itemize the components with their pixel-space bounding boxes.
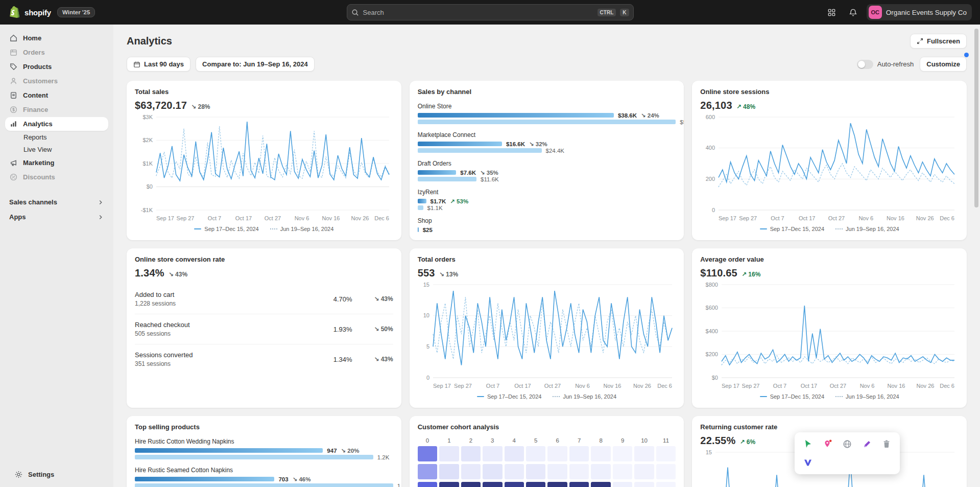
orders-delta: ↘ 13%	[439, 271, 458, 278]
cohort-cell[interactable]	[505, 482, 524, 487]
svg-text:Nov 6: Nov 6	[295, 215, 309, 221]
cohort-cell[interactable]	[613, 446, 632, 461]
cohort-cell[interactable]	[418, 482, 437, 487]
pin-icon[interactable]	[819, 436, 836, 452]
shopify-logo[interactable]: shopify	[8, 6, 51, 19]
cohort-cell[interactable]	[547, 482, 567, 487]
cohort-cell[interactable]	[569, 446, 589, 461]
svg-text:Nov 16: Nov 16	[603, 383, 621, 389]
cohort-cell[interactable]	[505, 464, 524, 479]
previous-bar	[418, 205, 423, 210]
cohort-cell[interactable]	[461, 464, 481, 479]
returning-rate-value: 22.55%	[700, 435, 735, 447]
cohort-cell[interactable]	[461, 482, 481, 487]
cohort-cell[interactable]	[439, 446, 459, 461]
cursor-icon[interactable]	[799, 436, 817, 452]
current-bar-line: $38.6K↘ 24%	[418, 112, 676, 119]
customize-button[interactable]: Customize	[920, 57, 967, 72]
globe-icon[interactable]	[839, 436, 856, 452]
previous-period-marker	[835, 396, 843, 397]
cohort-cell[interactable]	[547, 446, 567, 461]
svg-text:Oct 27: Oct 27	[265, 215, 281, 221]
svg-text:$200: $200	[706, 351, 718, 357]
card-title[interactable]: Average order value	[700, 256, 959, 263]
cohort-cell[interactable]	[526, 446, 545, 461]
card-title[interactable]: Online store sessions	[700, 88, 959, 96]
cohort-cell[interactable]	[569, 482, 589, 487]
svg-text:Dec 6: Dec 6	[374, 215, 389, 221]
cohort-cell[interactable]	[418, 464, 437, 479]
bar-delta: ↘ 24%	[641, 112, 659, 119]
vertical-scrollbar[interactable]	[974, 29, 978, 207]
cohort-cell[interactable]	[656, 482, 676, 487]
cohort-cell[interactable]	[634, 482, 654, 487]
version-badge[interactable]: Winter '25	[57, 7, 95, 17]
card-title[interactable]: Returning customer rate	[700, 423, 959, 431]
account-menu[interactable]: OC Organic Events Supply Co	[867, 4, 972, 20]
card-title[interactable]: Sales by channel	[418, 88, 676, 96]
cohort-cell[interactable]	[591, 464, 610, 479]
card-title[interactable]: Online store conversion rate	[135, 256, 393, 263]
card-title[interactable]: Total sales	[135, 88, 393, 96]
cohort-cell[interactable]	[526, 482, 545, 487]
sidebar-item-products[interactable]: Products	[5, 60, 108, 74]
cohort-cell[interactable]	[569, 464, 589, 479]
date-range-button[interactable]: Last 90 days	[127, 57, 190, 72]
cohort-cell[interactable]	[439, 464, 459, 479]
previous-bar	[418, 148, 542, 153]
sidebar-item-home[interactable]: Home	[5, 31, 108, 45]
sidebar-section-apps[interactable]: Apps	[5, 210, 108, 224]
cohort-cell[interactable]	[613, 482, 632, 487]
sidebar-section-sales-channels[interactable]: Sales channels	[5, 195, 108, 209]
cohort-cell[interactable]	[634, 446, 654, 461]
extension-logo-icon[interactable]	[799, 454, 817, 471]
sidebar-item-marketing[interactable]: Marketing	[5, 156, 108, 170]
apps-grid-icon[interactable]	[824, 4, 840, 20]
marketing-icon	[9, 158, 18, 167]
sidebar-item-finance[interactable]: Finance	[5, 103, 108, 117]
cohort-cell[interactable]	[439, 482, 459, 487]
pen-icon[interactable]	[858, 436, 876, 452]
svg-text:Nov 16: Nov 16	[322, 215, 340, 221]
cohort-cell[interactable]	[526, 464, 545, 479]
sidebar-item-settings[interactable]: Settings	[10, 468, 103, 481]
cohort-cell[interactable]	[483, 446, 502, 461]
sidebar-item-live-view[interactable]: Live View	[5, 144, 108, 155]
notification-dot	[964, 53, 969, 57]
total-sales-card: Total sales $63,720.17 ↘ 28% $3K$2K$1K$0…	[127, 81, 401, 240]
card-title[interactable]: Total orders	[418, 256, 676, 263]
cohort-cell[interactable]	[591, 446, 610, 461]
cohort-cell[interactable]	[656, 464, 676, 479]
cohort-cell[interactable]	[461, 446, 481, 461]
trash-icon[interactable]	[878, 436, 895, 452]
sidebar-item-content[interactable]: Content	[5, 88, 108, 102]
cohort-cell[interactable]	[483, 464, 502, 479]
previous-value: $50.8K	[680, 119, 684, 125]
auto-refresh-toggle[interactable]	[857, 60, 873, 69]
card-title[interactable]: Customer cohort analysis	[418, 423, 676, 431]
cohort-column-label: 7	[569, 437, 589, 444]
card-title[interactable]: Top selling products	[135, 423, 393, 431]
fullscreen-button[interactable]: Fullscreen	[910, 34, 967, 49]
previous-bar	[418, 120, 676, 124]
sidebar-item-customers[interactable]: Customers	[5, 74, 108, 88]
bar-row: Hire Rustic Seamed Cotton Napkins703↘ 46…	[135, 467, 393, 487]
sidebar-item-orders[interactable]: Orders	[5, 45, 108, 59]
top-selling-products-card: Top selling products Hire Rustic Cotton …	[127, 416, 401, 487]
cohort-cell[interactable]	[613, 464, 632, 479]
cohort-cell[interactable]	[656, 446, 676, 461]
cohort-cell[interactable]	[547, 464, 567, 479]
notifications-bell-icon[interactable]	[845, 4, 862, 20]
sidebar-item-reports[interactable]: Reports	[5, 131, 108, 143]
svg-text:Dec 6: Dec 6	[657, 383, 672, 389]
cohort-cell[interactable]	[505, 446, 524, 461]
search-input[interactable]: Search CTRL K	[347, 4, 634, 20]
svg-text:Oct 17: Oct 17	[801, 383, 817, 389]
cohort-cell[interactable]	[483, 482, 502, 487]
cohort-cell[interactable]	[591, 482, 610, 487]
sidebar-item-discounts[interactable]: Discounts	[5, 170, 108, 184]
cohort-cell[interactable]	[634, 464, 654, 479]
sidebar-item-analytics[interactable]: Analytics	[5, 117, 108, 131]
cohort-cell[interactable]	[418, 446, 437, 461]
compare-button[interactable]: Compare to: Jun 19–Sep 16, 2024	[196, 57, 315, 72]
